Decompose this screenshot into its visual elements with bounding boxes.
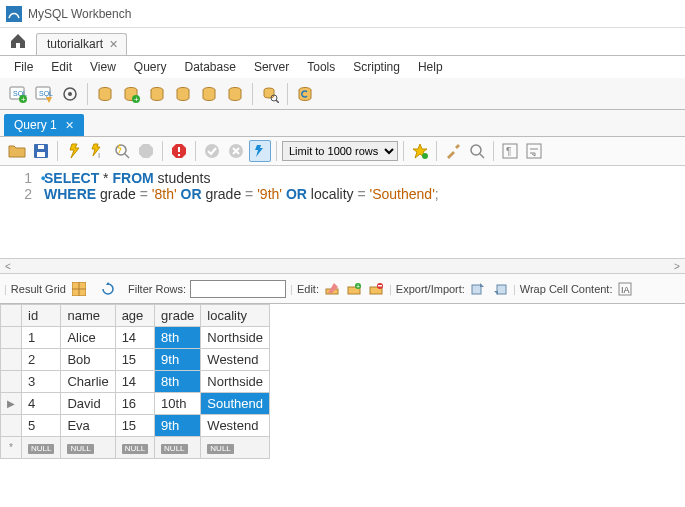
- cell-name[interactable]: NULL: [61, 437, 115, 459]
- export-icon[interactable]: [469, 280, 487, 298]
- db-tool3-icon[interactable]: [197, 82, 221, 106]
- menu-view[interactable]: View: [82, 58, 124, 76]
- cell-grade[interactable]: NULL: [155, 437, 201, 459]
- cell-grade[interactable]: 8th: [155, 327, 201, 349]
- cell-locality[interactable]: NULL: [201, 437, 270, 459]
- delete-row-icon[interactable]: [367, 280, 385, 298]
- cell-locality[interactable]: Westend: [201, 415, 270, 437]
- rollback-icon[interactable]: [225, 140, 247, 162]
- close-icon[interactable]: ✕: [65, 119, 74, 132]
- db-create-icon[interactable]: [93, 82, 117, 106]
- row-cursor: [1, 415, 22, 437]
- table-row[interactable]: ▶4David1610thSouthend: [1, 393, 270, 415]
- cell-id[interactable]: NULL: [22, 437, 61, 459]
- menu-server[interactable]: Server: [246, 58, 297, 76]
- cell-age[interactable]: NULL: [115, 437, 154, 459]
- result-grid-icon[interactable]: [70, 280, 88, 298]
- new-sql-tab-icon[interactable]: SQL+: [6, 82, 30, 106]
- cell-name[interactable]: David: [61, 393, 115, 415]
- col-grade[interactable]: grade: [155, 305, 201, 327]
- save-icon[interactable]: [30, 140, 52, 162]
- menu-query[interactable]: Query: [126, 58, 175, 76]
- toggle-invisible-icon[interactable]: ¶: [499, 140, 521, 162]
- cell-id[interactable]: 1: [22, 327, 61, 349]
- cell-grade[interactable]: 8th: [155, 371, 201, 393]
- cell-age[interactable]: 15: [115, 415, 154, 437]
- open-folder-icon[interactable]: [6, 140, 28, 162]
- table-row[interactable]: 3Charlie148thNorthside: [1, 371, 270, 393]
- filter-input[interactable]: [190, 280, 286, 298]
- cell-name[interactable]: Eva: [61, 415, 115, 437]
- cell-locality[interactable]: Westend: [201, 349, 270, 371]
- db-tool4-icon[interactable]: [223, 82, 247, 106]
- col-locality[interactable]: locality: [201, 305, 270, 327]
- explain-icon[interactable]: [111, 140, 133, 162]
- query-tab[interactable]: Query 1 ✕: [4, 114, 84, 136]
- wrap-cell-icon[interactable]: IA: [616, 280, 634, 298]
- connection-tab[interactable]: tutorialkart ✕: [36, 33, 127, 55]
- db-add-icon[interactable]: +: [119, 82, 143, 106]
- cell-locality[interactable]: Northside: [201, 327, 270, 349]
- cell-id[interactable]: 2: [22, 349, 61, 371]
- commit-icon[interactable]: [201, 140, 223, 162]
- table-row-new[interactable]: *NULLNULLNULLNULLNULL: [1, 437, 270, 459]
- separator: [287, 83, 288, 105]
- svg-text:I: I: [98, 151, 100, 160]
- limit-dropdown[interactable]: Limit to 1000 rows: [282, 141, 398, 161]
- table-row[interactable]: 5Eva159thWestend: [1, 415, 270, 437]
- db-refresh-icon[interactable]: [293, 82, 317, 106]
- db-search-icon[interactable]: [258, 82, 282, 106]
- menu-scripting[interactable]: Scripting: [345, 58, 408, 76]
- cell-grade[interactable]: 9th: [155, 415, 201, 437]
- favorite-icon[interactable]: [409, 140, 431, 162]
- col-age[interactable]: age: [115, 305, 154, 327]
- refresh-icon[interactable]: [99, 280, 117, 298]
- db-tool2-icon[interactable]: [171, 82, 195, 106]
- cell-name[interactable]: Alice: [61, 327, 115, 349]
- menu-tools[interactable]: Tools: [299, 58, 343, 76]
- edit-row-icon[interactable]: [323, 280, 341, 298]
- add-row-icon[interactable]: +: [345, 280, 363, 298]
- cell-grade[interactable]: 9th: [155, 349, 201, 371]
- beautify-icon[interactable]: [442, 140, 464, 162]
- cell-age[interactable]: 15: [115, 349, 154, 371]
- col-name[interactable]: name: [61, 305, 115, 327]
- cell-age[interactable]: 14: [115, 327, 154, 349]
- cell-locality[interactable]: Northside: [201, 371, 270, 393]
- cell-id[interactable]: 4: [22, 393, 61, 415]
- horizontal-scrollbar[interactable]: <>: [0, 258, 685, 274]
- result-grid[interactable]: id name age grade locality 1Alice148thNo…: [0, 304, 270, 459]
- wrap-icon[interactable]: [523, 140, 545, 162]
- autocommit-toggle-icon[interactable]: [249, 140, 271, 162]
- stop-on-error-icon[interactable]: [168, 140, 190, 162]
- open-sql-file-icon[interactable]: SQL: [32, 82, 56, 106]
- cell-age[interactable]: 14: [115, 371, 154, 393]
- stop-icon[interactable]: [135, 140, 157, 162]
- svg-text:SQL: SQL: [39, 90, 53, 98]
- inspector-icon[interactable]: [58, 82, 82, 106]
- cell-name[interactable]: Charlie: [61, 371, 115, 393]
- execute-current-icon[interactable]: I: [87, 140, 109, 162]
- cell-name[interactable]: Bob: [61, 349, 115, 371]
- menu-file[interactable]: File: [6, 58, 41, 76]
- export-label: Export/Import:: [396, 283, 465, 295]
- cell-id[interactable]: 5: [22, 415, 61, 437]
- table-row[interactable]: 1Alice148thNorthside: [1, 327, 270, 349]
- home-icon[interactable]: [8, 31, 28, 51]
- import-icon[interactable]: [491, 280, 509, 298]
- svg-rect-50: [497, 285, 506, 294]
- find-icon[interactable]: [466, 140, 488, 162]
- menu-database[interactable]: Database: [177, 58, 244, 76]
- execute-icon[interactable]: [63, 140, 85, 162]
- sql-editor[interactable]: 1 SELECT * FROM students 2 WHERE grade =…: [0, 166, 685, 258]
- close-icon[interactable]: ✕: [109, 38, 118, 51]
- menu-edit[interactable]: Edit: [43, 58, 80, 76]
- menu-help[interactable]: Help: [410, 58, 451, 76]
- cell-locality[interactable]: Southend: [201, 393, 270, 415]
- db-tool1-icon[interactable]: [145, 82, 169, 106]
- table-row[interactable]: 2Bob159thWestend: [1, 349, 270, 371]
- cell-grade[interactable]: 10th: [155, 393, 201, 415]
- cell-id[interactable]: 3: [22, 371, 61, 393]
- col-id[interactable]: id: [22, 305, 61, 327]
- cell-age[interactable]: 16: [115, 393, 154, 415]
